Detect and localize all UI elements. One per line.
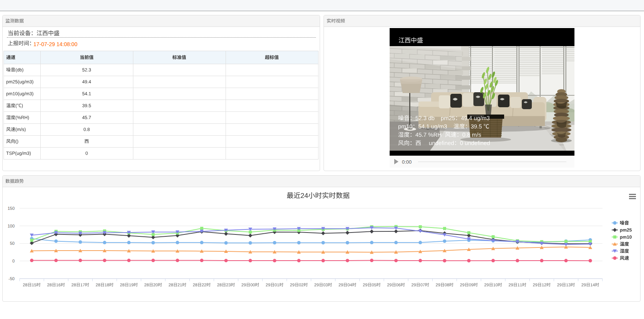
svg-text:50: 50	[10, 241, 15, 246]
svg-text:100: 100	[8, 224, 15, 228]
svg-text:150: 150	[8, 206, 15, 211]
svg-text:-50: -50	[8, 276, 15, 281]
svg-text:0: 0	[12, 259, 15, 263]
